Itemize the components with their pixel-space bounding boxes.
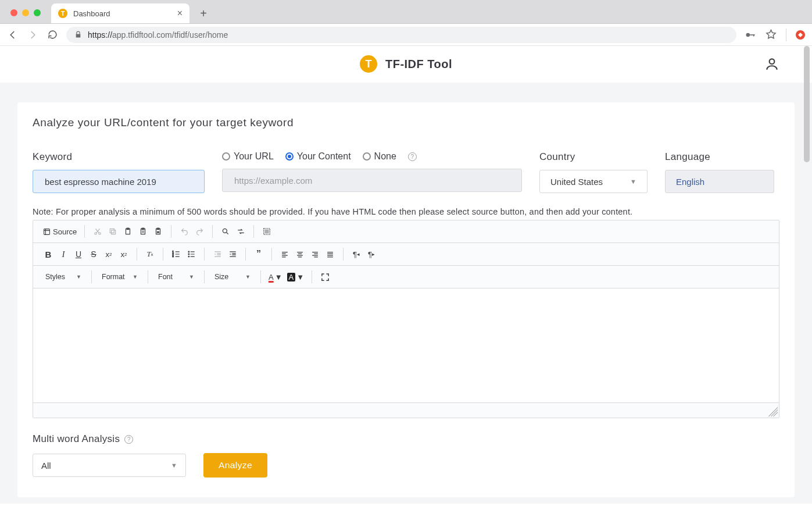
text-color-icon[interactable]: A▼ xyxy=(267,270,284,284)
remove-format-icon[interactable]: Tx xyxy=(143,247,157,261)
toolbar-separator xyxy=(212,225,213,238)
key-icon[interactable] xyxy=(745,29,756,41)
scrollbar-thumb[interactable] xyxy=(804,46,810,162)
url-input[interactable] xyxy=(233,175,511,186)
help-icon[interactable]: ? xyxy=(408,152,417,161)
maximize-icon[interactable] xyxy=(318,270,332,284)
multi-word-label: Multi word Analysis xyxy=(33,433,120,445)
brand[interactable]: T TF-IDF Tool xyxy=(360,55,452,73)
svg-rect-7 xyxy=(112,230,116,234)
editor-toolbar-row-1: Source xyxy=(33,220,779,243)
styles-dropdown[interactable]: Styles▼ xyxy=(41,270,85,284)
form-row: Keyword Your URL Your Content xyxy=(33,151,779,193)
redo-icon[interactable] xyxy=(192,225,206,238)
font-dropdown[interactable]: Font▼ xyxy=(154,270,198,284)
replace-icon[interactable] xyxy=(234,225,248,238)
star-icon[interactable] xyxy=(766,29,777,40)
content-editor: Source xyxy=(33,220,779,418)
window-zoom-dot[interactable] xyxy=(34,9,41,16)
rtl-icon[interactable]: ¶▸ xyxy=(364,247,378,261)
chevron-down-icon: ▼ xyxy=(630,178,636,185)
toolbar-separator xyxy=(91,270,92,283)
size-dropdown[interactable]: Size▼ xyxy=(210,270,255,284)
superscript-icon[interactable]: x2 xyxy=(117,247,131,261)
align-left-icon[interactable] xyxy=(278,247,292,261)
analyze-button[interactable]: Analyze xyxy=(203,453,267,478)
browser-tab-strip: T Dashboard × + xyxy=(0,0,812,24)
ltr-icon[interactable]: ¶◂ xyxy=(349,247,363,261)
new-tab-button[interactable]: + xyxy=(195,5,212,22)
back-icon[interactable] xyxy=(7,29,19,41)
brand-name: TF-IDF Tool xyxy=(385,58,452,71)
chevron-down-icon: ▼ xyxy=(171,462,177,469)
blockquote-icon[interactable]: ” xyxy=(252,247,266,261)
source-button[interactable]: Source xyxy=(41,225,78,238)
country-select[interactable]: United States ▼ xyxy=(539,170,648,193)
cut-icon[interactable] xyxy=(91,225,105,238)
toolbar-separator xyxy=(163,248,163,261)
strike-icon[interactable]: S xyxy=(87,247,101,261)
address-bar[interactable]: https://app.tfidftool.com/tfidf/user/hom… xyxy=(66,27,736,43)
paste-text-icon[interactable] xyxy=(136,225,150,238)
multi-word-value: All xyxy=(41,461,51,471)
svg-rect-4 xyxy=(44,229,50,234)
svg-point-23 xyxy=(188,256,189,257)
paste-icon[interactable] xyxy=(121,225,135,238)
toolbar-separator xyxy=(271,248,272,261)
radio-dot-icon xyxy=(222,152,230,161)
outdent-icon[interactable] xyxy=(210,247,224,261)
align-right-icon[interactable] xyxy=(308,247,322,261)
keyword-field-wrapper xyxy=(33,170,205,193)
country-label: Country xyxy=(539,151,648,163)
svg-point-15 xyxy=(223,229,227,233)
toolbar-separator xyxy=(245,248,246,261)
radio-your-url[interactable]: Your URL xyxy=(222,151,274,162)
analyze-card: Analyze your URL/content for your target… xyxy=(17,102,795,497)
select-all-icon[interactable] xyxy=(260,225,274,238)
browser-tab-active[interactable]: T Dashboard × xyxy=(51,3,189,23)
underline-icon[interactable]: U xyxy=(71,247,85,261)
svg-rect-2 xyxy=(753,34,754,36)
indent-icon[interactable] xyxy=(226,247,239,261)
tab-close-icon[interactable]: × xyxy=(177,9,183,18)
paste-word-icon[interactable] xyxy=(151,225,165,238)
format-dropdown[interactable]: Format▼ xyxy=(98,270,142,284)
find-icon[interactable] xyxy=(219,225,232,238)
toolbar-separator xyxy=(171,225,171,238)
toolbar-separator xyxy=(786,28,786,41)
user-icon[interactable] xyxy=(764,56,779,72)
chevron-down-icon: ▼ xyxy=(189,274,194,280)
forward-icon[interactable] xyxy=(27,29,38,41)
editor-footer xyxy=(33,402,779,418)
reload-icon[interactable] xyxy=(46,29,58,41)
radio-your-content[interactable]: Your Content xyxy=(285,151,351,162)
italic-icon[interactable]: I xyxy=(56,247,70,261)
keyword-input[interactable] xyxy=(44,176,194,187)
numbered-list-icon[interactable]: 123 xyxy=(169,247,183,261)
country-column: Country United States ▼ xyxy=(539,151,648,193)
undo-icon[interactable] xyxy=(177,225,191,238)
window-close-dot[interactable] xyxy=(10,9,17,16)
bold-icon[interactable]: B xyxy=(41,247,55,261)
chevron-down-icon: ▼ xyxy=(76,274,81,280)
resize-grip-icon[interactable] xyxy=(768,407,778,416)
radio-dot-icon xyxy=(363,152,371,161)
multi-word-select[interactable]: All ▼ xyxy=(33,454,186,477)
radio-your-url-label: Your URL xyxy=(234,151,274,162)
bullet-list-icon[interactable] xyxy=(184,247,198,261)
toolbar-separator xyxy=(204,270,205,283)
align-center-icon[interactable] xyxy=(293,247,307,261)
subscript-icon[interactable]: x2 xyxy=(102,247,116,261)
bg-color-icon[interactable]: A▼ xyxy=(285,270,306,284)
radio-none[interactable]: None xyxy=(363,151,396,162)
copy-icon[interactable] xyxy=(106,225,120,238)
window-minimize-dot[interactable] xyxy=(22,9,29,16)
multi-word-section: Multi word Analysis ? All ▼ Analyze xyxy=(33,433,779,478)
editor-body[interactable] xyxy=(33,288,779,402)
scrollbar-track[interactable] xyxy=(803,46,811,504)
chevron-down-icon: ▼ xyxy=(245,274,251,280)
language-select[interactable]: English xyxy=(665,170,774,193)
extension-badge-icon[interactable] xyxy=(796,30,805,40)
help-icon[interactable]: ? xyxy=(124,435,133,444)
align-justify-icon[interactable] xyxy=(323,247,337,261)
